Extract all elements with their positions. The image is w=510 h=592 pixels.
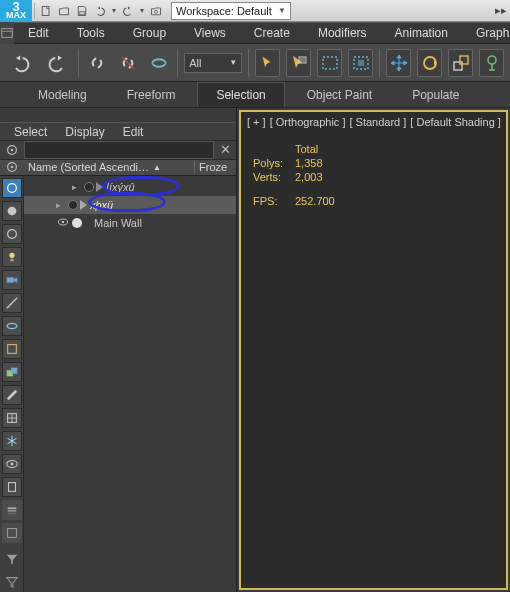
viewport-label-bar[interactable]: [ + ] [ Orthographic ] [ Standard ] [ De…: [247, 116, 501, 128]
scene-tree[interactable]: ▸ Ìíxýxû ▸ xþxü: [24, 176, 236, 592]
color-swatch[interactable]: [68, 200, 78, 210]
undo-icon[interactable]: [91, 2, 109, 20]
object-label[interactable]: Ìíxýxû: [106, 181, 135, 193]
menu-tools[interactable]: Tools: [63, 22, 119, 44]
workspace-selector[interactable]: Workspace: Default ▼: [171, 2, 291, 20]
vis-column-icon[interactable]: [0, 160, 24, 174]
select-by-name-button[interactable]: [286, 49, 311, 77]
explorer-search-input[interactable]: [24, 141, 214, 159]
tab-freeform[interactable]: Freeform: [109, 83, 194, 107]
display-all-icon[interactable]: [2, 178, 22, 198]
open-file-icon[interactable]: [55, 2, 73, 20]
app-menu-icon[interactable]: [0, 22, 14, 44]
rect-region-button[interactable]: [317, 49, 342, 77]
tab-modeling[interactable]: Modeling: [20, 83, 105, 107]
svg-point-2: [155, 10, 158, 13]
shapes-filter-icon[interactable]: [2, 224, 22, 244]
menu-animation[interactable]: Animation: [381, 22, 462, 44]
xref-filter-icon[interactable]: [2, 408, 22, 428]
fps-label: FPS:: [247, 194, 289, 208]
svg-rect-20: [6, 277, 13, 282]
redo-button[interactable]: [42, 46, 72, 80]
svg-point-15: [11, 166, 14, 169]
polys-label: Polys:: [247, 156, 289, 170]
viewport-shading[interactable]: [ Default Shading ]: [410, 116, 501, 128]
unlink-button[interactable]: [116, 49, 141, 77]
tree-row[interactable]: ▸ xþxü: [24, 196, 236, 214]
funnel-config-icon[interactable]: [2, 572, 22, 592]
menu-views[interactable]: Views: [180, 22, 240, 44]
geometry-filter-icon[interactable]: [2, 201, 22, 221]
layer-filter-icon[interactable]: [2, 500, 22, 520]
object-label[interactable]: Main Wall: [94, 217, 142, 229]
tab-populate[interactable]: Populate: [394, 83, 477, 107]
tree-row[interactable]: Main Wall: [24, 214, 236, 232]
undo-history-dropdown[interactable]: ▾: [109, 2, 119, 20]
svg-rect-9: [454, 62, 462, 70]
hidden-filter-icon[interactable]: [2, 454, 22, 474]
viewport-view[interactable]: [ Orthographic ]: [270, 116, 346, 128]
app-logo[interactable]: 3 MAX: [0, 0, 32, 22]
bind-space-warp-button[interactable]: [147, 49, 172, 77]
new-file-icon[interactable]: [37, 2, 55, 20]
menu-graph[interactable]: Graph: [462, 22, 510, 44]
frozen-column[interactable]: Froze: [194, 161, 236, 173]
frozen-filter-icon[interactable]: [2, 431, 22, 451]
redo-history-dropdown[interactable]: ▾: [137, 2, 147, 20]
explorer-menu-edit[interactable]: Edit: [123, 125, 144, 139]
containers-filter-icon[interactable]: [2, 339, 22, 359]
tree-row[interactable]: ▸ Ìíxýxû: [24, 178, 236, 196]
content-area: Select Display Edit ✕ Name (Sorted Ascen…: [0, 108, 510, 592]
viewport-menu[interactable]: [ + ]: [247, 116, 266, 128]
move-button[interactable]: [386, 49, 411, 77]
menu-edit[interactable]: Edit: [14, 22, 63, 44]
rotate-button[interactable]: [417, 49, 442, 77]
project-icon[interactable]: [147, 2, 165, 20]
svg-point-16: [7, 184, 16, 193]
cameras-filter-icon[interactable]: [2, 270, 22, 290]
selection-set-icon[interactable]: [2, 523, 22, 543]
selection-filter[interactable]: All ▼: [184, 53, 242, 73]
placement-button[interactable]: [479, 49, 504, 77]
viewport-stats: Total Polys:1,358 Verts:2,003 FPS:252.70…: [247, 142, 341, 208]
system-filter-icon[interactable]: [2, 477, 22, 497]
object-label[interactable]: xþxü: [90, 199, 113, 211]
funnel-filter-icon[interactable]: [2, 549, 22, 569]
svg-rect-23: [11, 368, 17, 374]
redo-icon[interactable]: [119, 2, 137, 20]
name-column[interactable]: Name (Sorted Ascendi… ▲: [24, 161, 194, 173]
menu-modifiers[interactable]: Modifiers: [304, 22, 381, 44]
eye-icon[interactable]: [56, 216, 70, 230]
clear-search-icon[interactable]: ✕: [214, 142, 236, 157]
chevron-right-icon[interactable]: ▸▸: [492, 2, 510, 20]
lights-filter-icon[interactable]: [2, 247, 22, 267]
svg-point-33: [62, 221, 64, 223]
viewport-quality[interactable]: [ Standard ]: [349, 116, 406, 128]
select-object-button[interactable]: [255, 49, 280, 77]
explorer-menu-select[interactable]: Select: [14, 125, 47, 139]
spacewarps-filter-icon[interactable]: [2, 316, 22, 336]
scale-button[interactable]: [448, 49, 473, 77]
explorer-menu-display[interactable]: Display: [65, 125, 104, 139]
window-crossing-button[interactable]: [348, 49, 373, 77]
tab-selection[interactable]: Selection: [197, 82, 284, 107]
explorer-menu: Select Display Edit: [0, 122, 236, 140]
svg-rect-7: [358, 60, 364, 66]
ribbon-tabs: Modeling Freeform Selection Object Paint…: [0, 82, 510, 108]
chevron-down-icon: ▼: [278, 6, 286, 15]
helpers-filter-icon[interactable]: [2, 293, 22, 313]
menu-create[interactable]: Create: [240, 22, 304, 44]
viewport[interactable]: [ + ] [ Orthographic ] [ Standard ] [ De…: [239, 110, 508, 590]
save-file-icon[interactable]: [73, 2, 91, 20]
color-swatch[interactable]: [84, 182, 94, 192]
workspace-label: Workspace: Default: [176, 5, 272, 17]
svg-rect-10: [460, 56, 468, 64]
groups-filter-icon[interactable]: [2, 362, 22, 382]
bone-filter-icon[interactable]: [2, 385, 22, 405]
color-swatch[interactable]: [72, 218, 82, 228]
view-toggle-icon[interactable]: [0, 143, 24, 157]
menu-group[interactable]: Group: [119, 22, 180, 44]
link-button[interactable]: [85, 49, 110, 77]
tab-object-paint[interactable]: Object Paint: [289, 83, 390, 107]
undo-button[interactable]: [6, 46, 36, 80]
